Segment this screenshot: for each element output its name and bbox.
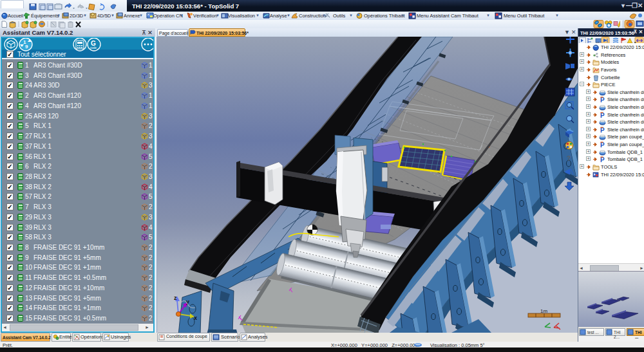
- svg-text:code: code: [90, 46, 97, 50]
- svg-text:9: 9: [25, 44, 28, 50]
- svg-text:x: x: [194, 315, 197, 321]
- svg-text:?: ?: [567, 155, 571, 162]
- svg-text:z: z: [174, 295, 177, 301]
